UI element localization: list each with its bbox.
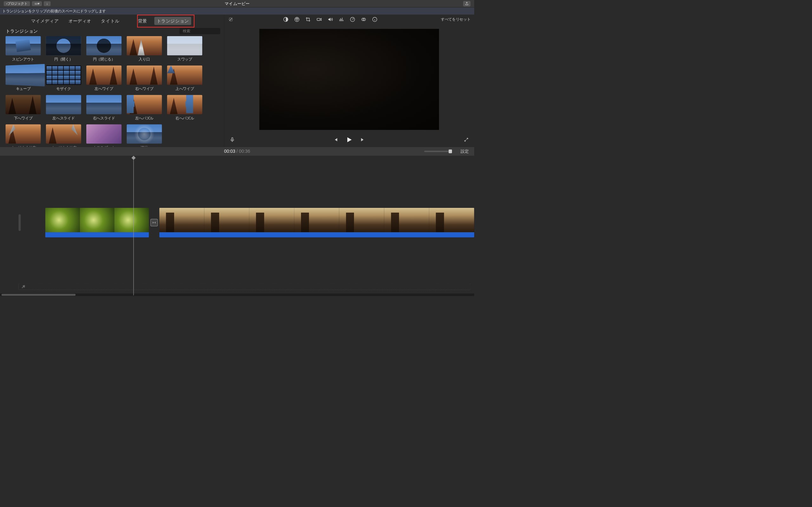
speed-icon[interactable]	[350, 16, 356, 22]
scrollbar-thumb[interactable]	[2, 294, 76, 296]
transition-label: 上へワイプ	[175, 86, 194, 91]
tab-my-media[interactable]: マイメディア	[29, 17, 61, 25]
transition-thumbnail	[6, 36, 41, 55]
time-display: 00:03 / 00:36	[224, 149, 250, 154]
fullscreen-icon	[464, 137, 468, 142]
play-button[interactable]	[345, 136, 353, 144]
zoom-slider[interactable]	[424, 151, 452, 152]
transition-item[interactable]: 左へパズル	[126, 95, 162, 121]
transition-label: 右へパズル	[175, 116, 194, 121]
preview-toolbar: すべてをリセット	[224, 14, 474, 24]
contrast-icon[interactable]	[283, 16, 289, 22]
transition-thumbnail	[86, 66, 121, 85]
svg-rect-12	[232, 137, 233, 140]
transition-item[interactable]: キューブ	[6, 66, 41, 91]
timeline[interactable]	[0, 156, 474, 293]
transition-label: 左へパズル	[135, 116, 154, 121]
transition-item[interactable]: 左へワイプ	[86, 66, 121, 91]
transition-thumbnail	[167, 36, 202, 55]
voiceover-button[interactable]	[230, 137, 235, 143]
tab-audio[interactable]: オーディオ	[66, 17, 94, 25]
transition-item[interactable]: 波紋	[126, 124, 162, 147]
crop-icon[interactable]	[305, 16, 311, 22]
transition-label: 右へスライド	[93, 116, 115, 121]
transition-icon	[152, 221, 156, 225]
back-to-projects-button[interactable]: ‹ プロジェクト	[4, 1, 30, 6]
svg-point-3	[296, 19, 296, 19]
clip-audio-track[interactable]	[159, 232, 474, 237]
transition-thumbnail	[126, 124, 162, 144]
transition-label: 入り口	[139, 57, 150, 62]
browser-section-title: トランジション	[6, 28, 38, 34]
transition-item[interactable]: 円（閉じる）	[86, 36, 121, 62]
fullscreen-button[interactable]	[464, 137, 468, 143]
view-mode-button[interactable]: ▭▾	[32, 1, 42, 6]
wand-icon[interactable]	[228, 16, 234, 22]
transition-thumbnail	[126, 95, 162, 114]
transition-thumbnail	[86, 124, 121, 144]
playhead[interactable]	[133, 158, 134, 295]
zoom-handle[interactable]	[449, 150, 452, 153]
transition-item[interactable]: 右へワイプ	[126, 66, 162, 91]
prev-frame-button[interactable]	[334, 137, 338, 143]
transition-item[interactable]: 円（開く）	[46, 36, 81, 62]
transition-label: 円（開く）	[54, 57, 72, 62]
transition-item[interactable]: 入り口	[126, 36, 162, 62]
info-icon[interactable]	[372, 16, 378, 22]
transition-item[interactable]: クロスズーム	[86, 124, 121, 147]
transition-item[interactable]: 右へスライド	[86, 95, 121, 121]
app-title: マイムービー	[224, 1, 250, 7]
transition-thumbnail	[46, 124, 81, 144]
tab-transition[interactable]: トランジション	[154, 17, 191, 25]
tab-background[interactable]: 背景	[136, 17, 149, 25]
transition-label: 左へワイプ	[95, 86, 113, 91]
horizontal-scrollbar[interactable]	[0, 293, 474, 296]
transition-item[interactable]: 上へワイプ	[167, 66, 202, 91]
search-box[interactable]	[180, 28, 220, 34]
transition-thumbnail	[6, 95, 41, 114]
total-time: 00:36	[239, 149, 250, 154]
overlap-icon[interactable]	[361, 16, 367, 22]
transition-label: 円（閉じる）	[93, 57, 115, 62]
transition-item[interactable]: スピンアウト	[6, 36, 41, 62]
transition-thumbnail	[46, 66, 81, 85]
hint-bar: トランジションをクリップの前後のスペースにドラッグします	[0, 7, 474, 14]
import-button[interactable]: ↓	[44, 1, 51, 6]
transition-item[interactable]: ページめくり右	[46, 124, 81, 147]
transition-thumbnail	[46, 95, 81, 114]
transition-item[interactable]: スワップ	[167, 36, 202, 62]
transition-thumbnail	[46, 36, 81, 55]
transition-grid: スピンアウト円（開く）円（閉じる）入り口スワップキューブモザイク左へワイプ右へワ…	[0, 36, 224, 147]
reset-all-button[interactable]: すべてをリセット	[441, 17, 470, 22]
search-input[interactable]	[183, 29, 230, 33]
volume-icon[interactable]	[327, 16, 334, 22]
clip-drag-handle[interactable]	[18, 214, 20, 231]
transition-thumbnail	[126, 66, 162, 85]
transition-thumbnail	[6, 64, 45, 87]
next-frame-button[interactable]	[360, 137, 365, 143]
tab-title[interactable]: タイトル	[99, 17, 121, 25]
music-note-icon	[21, 285, 26, 289]
video-track	[0, 206, 474, 239]
transition-item[interactable]: 下へワイプ	[6, 95, 41, 121]
transition-item[interactable]: ページめくり左	[6, 124, 41, 147]
preview-canvas	[259, 29, 439, 130]
timeline-settings-button[interactable]: 設定	[461, 149, 469, 154]
palette-icon[interactable]	[294, 16, 300, 22]
audio-track-empty[interactable]	[18, 284, 470, 290]
svg-point-5	[297, 20, 297, 20]
transition-label: モザイク	[56, 86, 71, 91]
camera-icon[interactable]	[316, 16, 322, 22]
video-clip-2[interactable]	[159, 208, 474, 237]
timeline-header: 00:03 / 00:36 設定	[0, 147, 474, 156]
transition-thumbnail	[86, 95, 121, 114]
transition-label: 左へスライド	[52, 116, 74, 121]
share-button[interactable]	[463, 1, 470, 7]
transition-slot[interactable]	[150, 219, 158, 226]
transition-item[interactable]: 左へスライド	[46, 95, 81, 121]
transition-item[interactable]: 右へパズル	[167, 95, 202, 121]
equalizer-icon[interactable]	[339, 16, 345, 22]
transition-label: 下へワイプ	[14, 116, 32, 121]
transition-item[interactable]: モザイク	[46, 66, 81, 91]
transition-label: キューブ	[16, 86, 31, 91]
